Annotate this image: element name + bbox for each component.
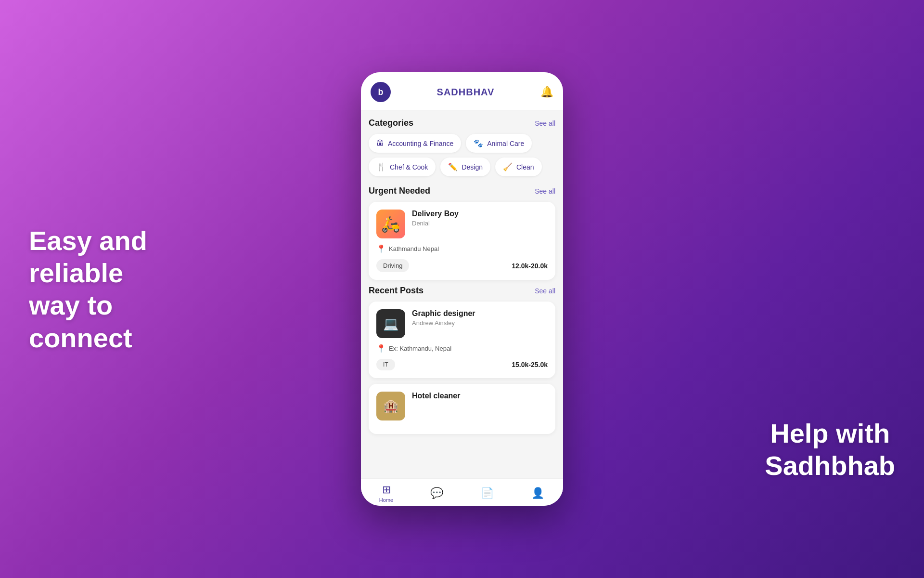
category-clean-label: Clean — [516, 163, 534, 171]
categories-title: Categories — [369, 118, 413, 128]
urgent-see-all[interactable]: See all — [535, 187, 555, 195]
animal-care-icon: 🐾 — [474, 139, 483, 148]
nav-home-label: Home — [379, 497, 393, 503]
hotel-cleaner-card[interactable]: 🏨 Hotel cleaner — [369, 384, 555, 434]
app-header: b SADHBHAV 🔔 — [361, 72, 563, 110]
accounting-icon: 🏛 — [376, 139, 384, 148]
delivery-footer: Driving 12.0k-20.0k — [376, 259, 548, 272]
location-pin-icon: 📍 — [376, 244, 386, 253]
bottom-navigation: ⊞ Home 💬 📄 👤 — [361, 478, 563, 506]
profile-icon: 👤 — [531, 487, 544, 499]
graphic-avatar: 💻 — [376, 309, 405, 338]
graphic-location-row: 📍 Ex: Kathmandu, Nepal — [376, 344, 548, 353]
clean-icon: 🧹 — [503, 162, 513, 171]
app-title: SADHBHAV — [437, 87, 495, 98]
delivery-avatar: 🛵 — [376, 210, 405, 238]
notification-bell-icon[interactable]: 🔔 — [540, 86, 553, 98]
nav-home[interactable]: ⊞ Home — [372, 484, 401, 503]
category-animal-care[interactable]: 🐾 Animal Care — [466, 134, 532, 153]
document-icon: 📄 — [481, 487, 494, 499]
categories-section-header: Categories See all — [369, 118, 555, 128]
graphic-footer: IT 15.0k-25.0k — [376, 359, 548, 370]
category-accounting[interactable]: 🏛 Accounting & Finance — [369, 134, 461, 153]
right-slogan-line2: Sadhbhab — [765, 450, 895, 481]
categories-see-all[interactable]: See all — [535, 119, 555, 127]
recent-see-all[interactable]: See all — [535, 287, 555, 295]
home-icon: ⊞ — [382, 484, 391, 496]
delivery-location-row: 📍 Kathmandu Nepal — [376, 244, 548, 253]
graphic-job-subtitle: Andrew Ainsley — [412, 319, 475, 327]
right-slogan: Help with Sadhbhab — [765, 417, 895, 482]
delivery-salary: 12.0k-20.0k — [512, 262, 548, 270]
graphic-card-header: 💻 Graphic designer Andrew Ainsley — [376, 309, 548, 338]
category-animal-care-label: Animal Care — [487, 140, 524, 147]
urgent-section-header: Urgent Needed See all — [369, 186, 555, 196]
hotel-card-header: 🏨 Hotel cleaner — [376, 392, 548, 420]
category-design[interactable]: ✏️ Design — [440, 158, 490, 176]
graphic-tag: IT — [376, 359, 395, 370]
app-logo[interactable]: b — [371, 82, 391, 102]
chef-cook-icon: 🍴 — [376, 162, 386, 171]
delivery-job-subtitle: Denial — [412, 220, 459, 227]
graphic-salary: 15.0k-25.0k — [512, 361, 548, 368]
category-design-label: Design — [462, 163, 483, 171]
graphic-info: Graphic designer Andrew Ainsley — [412, 309, 475, 327]
urgent-title: Urgent Needed — [369, 186, 430, 196]
right-slogan-line1: Help with — [770, 418, 890, 448]
hotel-avatar: 🏨 — [376, 392, 405, 420]
left-slogan-line2: way to connect — [29, 290, 132, 353]
graphic-designer-card[interactable]: 💻 Graphic designer Andrew Ainsley 📍 Ex: … — [369, 302, 555, 378]
delivery-tag: Driving — [376, 259, 409, 272]
graphic-location-pin-icon: 📍 — [376, 344, 386, 353]
category-chef-cook-label: Chef & Cook — [390, 163, 428, 171]
graphic-job-title: Graphic designer — [412, 309, 475, 318]
left-slogan-line1: Easy and reliable — [29, 225, 147, 288]
phone-mockup: b SADHBHAV 🔔 Categories See all 🏛 Accoun… — [361, 72, 563, 506]
nav-documents[interactable]: 📄 — [473, 487, 502, 499]
category-accounting-label: Accounting & Finance — [388, 140, 453, 147]
main-content: Categories See all 🏛 Accounting & Financ… — [361, 110, 563, 447]
category-chef-cook[interactable]: 🍴 Chef & Cook — [369, 158, 436, 176]
design-icon: ✏️ — [448, 162, 458, 171]
delivery-info: Delivery Boy Denial — [412, 210, 459, 227]
card-header: 🛵 Delivery Boy Denial — [376, 210, 548, 238]
recent-section-header: Recent Posts See all — [369, 286, 555, 296]
nav-messages[interactable]: 💬 — [423, 487, 451, 499]
graphic-location: Ex: Kathmandu, Nepal — [389, 345, 451, 352]
recent-title: Recent Posts — [369, 286, 424, 296]
left-slogan: Easy and reliable way to connect — [29, 224, 212, 354]
hotel-job-title: Hotel cleaner — [412, 392, 460, 400]
urgent-job-card[interactable]: 🛵 Delivery Boy Denial 📍 Kathmandu Nepal … — [369, 202, 555, 280]
categories-grid: 🏛 Accounting & Finance 🐾 Animal Care 🍴 C… — [369, 134, 555, 176]
delivery-location: Kathmandu Nepal — [389, 245, 439, 252]
delivery-job-title: Delivery Boy — [412, 210, 459, 218]
nav-profile[interactable]: 👤 — [524, 487, 552, 499]
hotel-info: Hotel cleaner — [412, 392, 460, 402]
messages-icon: 💬 — [430, 487, 443, 499]
scroll-content: Categories See all 🏛 Accounting & Financ… — [361, 110, 563, 478]
category-clean[interactable]: 🧹 Clean — [495, 158, 542, 176]
